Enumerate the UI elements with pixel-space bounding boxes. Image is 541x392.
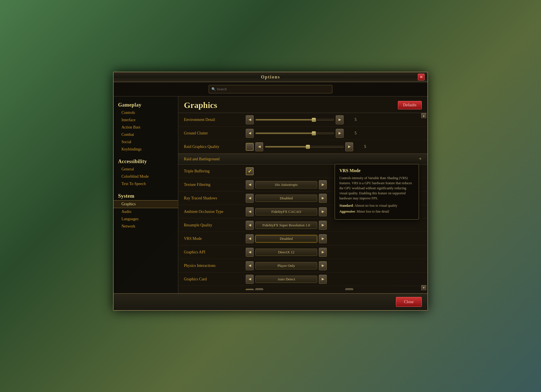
setting-controls-environment-detail: ◀ ▶ 5 — [246, 115, 421, 124]
arrow-left-texture-filtering[interactable]: ◀ — [246, 180, 254, 189]
setting-label-ambient-occlusion-type: Ambient Occlusion Type — [184, 209, 246, 214]
sidebar-item-controls[interactable]: Controls — [114, 109, 178, 116]
checkbox-raid-graphics-quality[interactable] — [246, 143, 254, 151]
setting-label-graphics-card: Graphics Card — [184, 277, 246, 281]
value-display-resample-quality: FidelityFX Super Resolution 1.0 — [255, 222, 317, 229]
section-divider-raid-battleground[interactable]: Raid and Battleground + — [178, 154, 427, 165]
arrow-right-raid-graphics-quality[interactable]: ▶ — [345, 142, 353, 151]
value-display-ambient-occlusion-type: FidelityFX CACAO — [255, 208, 317, 215]
sidebar-item-graphics[interactable]: Graphics — [114, 200, 178, 208]
value-display-graphics-card: Auto Detect — [255, 276, 317, 283]
setting-row-resample-quality: Resample Quality ◀ FidelityFX Super Reso… — [178, 218, 427, 232]
setting-label-environment-detail: Environment Detail — [184, 118, 246, 122]
slider-value-raid-graphics-quality: 5 — [355, 145, 366, 149]
arrow-right-texture-filtering[interactable]: ▶ — [319, 180, 327, 189]
slider-track-environment-detail[interactable] — [255, 119, 334, 121]
sidebar-item-combat[interactable]: Combat — [114, 131, 178, 138]
sidebar-item-network[interactable]: Network — [114, 223, 178, 230]
scroll-up-button[interactable]: ▲ — [421, 113, 426, 118]
slider-thumb-environment-detail[interactable] — [312, 118, 316, 122]
sidebar-header-system: System — [114, 191, 178, 200]
close-x-icon: ✕ — [420, 75, 423, 80]
setting-label-graphics-api: Graphics API — [184, 250, 246, 254]
arrow-left-graphics-api[interactable]: ◀ — [246, 248, 254, 257]
sidebar-spacer-2 — [114, 188, 178, 191]
sidebar: Gameplay Controls Interface Action Bars … — [114, 96, 178, 293]
slider-thumb-raid-graphics-quality[interactable] — [306, 145, 310, 149]
setting-label-resample-quality: Resample Quality — [184, 223, 246, 227]
sidebar-item-general[interactable]: General — [114, 166, 178, 173]
arrow-right-environment-detail[interactable]: ▶ — [336, 115, 344, 124]
search-bar: 🔍 — [114, 82, 427, 96]
arrow-right-ambient-occlusion-type[interactable]: ▶ — [319, 207, 327, 216]
window-close-button[interactable]: ✕ — [418, 74, 425, 80]
arrow-left-graphics-card[interactable]: ◀ — [246, 275, 254, 284]
sidebar-item-colorblind-mode[interactable]: Colorblind Mode — [114, 173, 178, 180]
slider-value-environment-detail: 5 — [345, 118, 357, 122]
checkbox-triple-buffering[interactable]: ✓ — [246, 167, 254, 175]
tooltip-vrs-mode: VRS Mode Controls intensity of Variable … — [335, 164, 419, 220]
arrow-left-ground-clutter[interactable]: ◀ — [246, 129, 254, 138]
slider-value-ground-clutter: 5 — [345, 131, 357, 136]
panel-title: Graphics — [184, 100, 217, 110]
value-display-ray-traced-shadows: Disabled — [255, 195, 317, 202]
setting-label-vrs-mode: VRS Mode — [184, 236, 246, 241]
sidebar-spacer-1 — [114, 153, 178, 156]
arrow-right-resample-quality[interactable]: ▶ — [319, 221, 327, 230]
arrow-left-vrs-mode[interactable]: ◀ — [246, 234, 254, 243]
arrow-left-physics-interactions[interactable]: ◀ — [246, 261, 254, 270]
sidebar-item-interface[interactable]: Interface — [114, 116, 178, 124]
setting-row-graphics-card: Graphics Card ◀ Auto Detect ▶ — [178, 272, 427, 286]
sidebar-item-action-bars[interactable]: Action Bars — [114, 124, 178, 131]
search-wrap: 🔍 — [209, 85, 332, 93]
arrow-left-environment-detail[interactable]: ◀ — [246, 115, 254, 124]
close-button[interactable]: Close — [396, 297, 422, 307]
setting-controls-vrs-mode: ◀ Disabled ▶ — [246, 234, 421, 243]
defaults-button[interactable]: Defaults — [398, 101, 422, 109]
arrow-right-graphics-api[interactable]: ▶ — [319, 248, 327, 257]
setting-controls-graphics-card: ◀ Auto Detect ▶ — [246, 275, 421, 284]
slider-fill-raid-graphics-quality — [265, 146, 308, 147]
arrow-left-raid-graphics-quality[interactable]: ◀ — [255, 142, 263, 151]
setting-row-max-foreground-fps: Max Foreground FPS Toggle ◀ ▶ 120 FPS — [178, 286, 427, 290]
arrow-left-ambient-occlusion-type[interactable]: ◀ — [246, 207, 254, 216]
arrow-left-ray-traced-shadows[interactable]: ◀ — [246, 194, 254, 203]
setting-controls-max-foreground-fps: ◀ ▶ 120 FPS — [246, 288, 421, 290]
slider-track-raid-graphics-quality[interactable] — [265, 146, 344, 148]
sidebar-item-languages[interactable]: Languages — [114, 215, 178, 223]
sidebar-item-text-to-speech[interactable]: Text To Speech — [114, 180, 178, 188]
setting-controls-physics-interactions: ◀ Player Only ▶ — [246, 261, 421, 270]
arrow-right-ground-clutter[interactable]: ▶ — [336, 129, 344, 138]
tooltip-entry-standard: Standard: Almost no loss to visual quali… — [339, 204, 414, 208]
sidebar-item-social[interactable]: Social — [114, 138, 178, 146]
slider-thumb-ground-clutter[interactable] — [312, 131, 316, 135]
arrow-right-vrs-mode[interactable]: ▶ — [319, 234, 327, 243]
checkbox-max-foreground-fps[interactable] — [246, 289, 254, 290]
arrow-left-resample-quality[interactable]: ◀ — [246, 221, 254, 230]
options-modal: Options ✕ 🔍 Gameplay Controls Interface … — [113, 72, 428, 311]
setting-row-environment-detail: Environment Detail ◀ ▶ 5 — [178, 113, 427, 127]
setting-row-ground-clutter: Ground Clutter ◀ ▶ 5 — [178, 127, 427, 140]
checkbox-check-icon: ✓ — [248, 168, 252, 174]
value-display-vrs-mode: Disabled — [255, 235, 317, 242]
search-input[interactable] — [209, 85, 332, 93]
bottom-bar: Close — [114, 293, 427, 310]
arrow-left-max-foreground-fps[interactable]: ◀ — [255, 288, 263, 290]
sidebar-header-accessibility: Accessibility — [114, 156, 178, 166]
window-title: Options — [261, 75, 280, 80]
slider-track-ground-clutter[interactable] — [255, 132, 334, 134]
setting-row-vrs-mode: VRS Mode ◀ Disabled ▶ — [178, 232, 427, 245]
search-icon: 🔍 — [211, 87, 216, 91]
setting-row-graphics-api: Graphics API ◀ DirectX 12 ▶ — [178, 245, 427, 259]
sidebar-item-keybindings[interactable]: Keybindings — [114, 146, 178, 153]
arrow-right-graphics-card[interactable]: ▶ — [319, 275, 327, 284]
sidebar-header-gameplay: Gameplay — [114, 100, 178, 109]
arrow-right-max-foreground-fps[interactable]: ▶ — [345, 288, 353, 290]
arrow-right-ray-traced-shadows[interactable]: ▶ — [319, 194, 327, 203]
arrow-right-physics-interactions[interactable]: ▶ — [319, 261, 327, 270]
scroll-down-button[interactable]: ▼ — [421, 285, 426, 290]
sidebar-item-audio[interactable]: Audio — [114, 208, 178, 215]
title-bar: Options ✕ — [114, 72, 427, 82]
section-divider-plus-icon: + — [419, 156, 422, 162]
setting-controls-graphics-api: ◀ DirectX 12 ▶ — [246, 248, 421, 257]
